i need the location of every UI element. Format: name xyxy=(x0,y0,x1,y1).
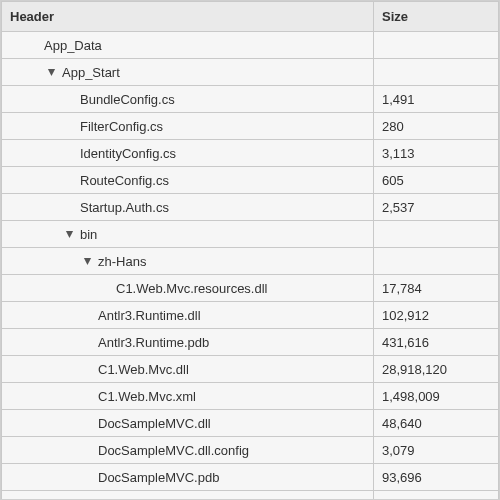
name-cell[interactable]: BundleConfig.cs xyxy=(2,86,374,113)
name-cell[interactable]: zh-Hans xyxy=(2,248,374,275)
expand-placeholder xyxy=(78,387,96,405)
name-cell[interactable]: Antlr3.Runtime.pdb xyxy=(2,329,374,356)
name-cell[interactable]: Antlr3.Runtime.dll xyxy=(2,302,374,329)
column-header-name[interactable]: Header xyxy=(2,2,374,32)
name-cell[interactable]: bin xyxy=(2,221,374,248)
name-cell-inner: App_Start xyxy=(2,59,373,85)
row-label: IdentityConfig.cs xyxy=(80,146,176,161)
row-label: Antlr3.Runtime.pdb xyxy=(98,335,209,350)
indent-spacer xyxy=(2,369,78,370)
size-value xyxy=(374,248,498,274)
size-value: 3,079 xyxy=(374,437,498,463)
name-cell-inner: App_Data xyxy=(2,32,373,58)
size-cell[interactable]: 280 xyxy=(374,113,499,140)
size-cell[interactable]: 102,912 xyxy=(374,302,499,329)
table-row[interactable]: zh-Hans xyxy=(2,248,499,275)
svg-marker-0 xyxy=(47,68,54,75)
size-cell[interactable]: 93,696 xyxy=(374,464,499,491)
name-cell[interactable]: DocSampleMVC.dll xyxy=(2,410,374,437)
name-cell[interactable]: C1.Web.Mvc.resources.dll xyxy=(2,275,374,302)
table-row[interactable]: Antlr3.Runtime.dll102,912 xyxy=(2,302,499,329)
row-label: RouteConfig.cs xyxy=(80,173,169,188)
name-cell[interactable]: C1.Web.Mvc.dll xyxy=(2,356,374,383)
expand-placeholder xyxy=(60,144,78,162)
table-row[interactable]: App_Start xyxy=(2,59,499,86)
row-label: C1.Web.Mvc.xml xyxy=(98,389,196,404)
table-row[interactable]: C1.Web.Mvc.resources.dll17,784 xyxy=(2,275,499,302)
name-cell-inner: Startup.Auth.cs xyxy=(2,194,373,220)
name-cell[interactable]: App_Start xyxy=(2,59,374,86)
table-row[interactable]: IdentityConfig.cs3,113 xyxy=(2,140,499,167)
table-row[interactable]: DocSampleMVC.pdb93,696 xyxy=(2,464,499,491)
table-row[interactable]: EntityFramework.dll5,176,480 xyxy=(2,491,499,500)
indent-spacer xyxy=(2,45,24,46)
size-cell[interactable]: 2,537 xyxy=(374,194,499,221)
size-cell[interactable]: 48,640 xyxy=(374,410,499,437)
size-cell[interactable]: 17,784 xyxy=(374,275,499,302)
size-cell[interactable] xyxy=(374,59,499,86)
indent-spacer xyxy=(2,315,78,316)
indent-spacer xyxy=(2,396,78,397)
name-cell[interactable]: Startup.Auth.cs xyxy=(2,194,374,221)
table-row[interactable]: App_Data xyxy=(2,32,499,59)
collapse-icon[interactable] xyxy=(78,252,96,270)
name-cell-inner: Antlr3.Runtime.pdb xyxy=(2,329,373,355)
table-row[interactable]: C1.Web.Mvc.xml1,498,009 xyxy=(2,383,499,410)
row-label: BundleConfig.cs xyxy=(80,92,175,107)
size-value: 5,176,480 xyxy=(374,491,498,499)
svg-marker-1 xyxy=(65,230,72,237)
size-value: 28,918,120 xyxy=(374,356,498,382)
table-row[interactable]: RouteConfig.cs605 xyxy=(2,167,499,194)
indent-spacer xyxy=(2,153,60,154)
name-cell-inner: FilterConfig.cs xyxy=(2,113,373,139)
table-row[interactable]: FilterConfig.cs280 xyxy=(2,113,499,140)
indent-spacer xyxy=(2,261,78,262)
name-cell[interactable]: App_Data xyxy=(2,32,374,59)
collapse-icon[interactable] xyxy=(42,63,60,81)
indent-spacer xyxy=(2,234,60,235)
indent-spacer xyxy=(2,288,96,289)
size-cell[interactable]: 28,918,120 xyxy=(374,356,499,383)
size-cell[interactable] xyxy=(374,32,499,59)
table-row[interactable]: bin xyxy=(2,221,499,248)
size-cell[interactable]: 605 xyxy=(374,167,499,194)
tree-grid: Header Size App_DataApp_StartBundleConfi… xyxy=(0,0,500,500)
table-row[interactable]: Antlr3.Runtime.pdb431,616 xyxy=(2,329,499,356)
row-label: C1.Web.Mvc.dll xyxy=(98,362,189,377)
table-row[interactable]: DocSampleMVC.dll48,640 xyxy=(2,410,499,437)
indent-spacer xyxy=(2,423,78,424)
table-row[interactable]: BundleConfig.cs1,491 xyxy=(2,86,499,113)
row-label: DocSampleMVC.pdb xyxy=(98,470,219,485)
size-cell[interactable]: 1,498,009 xyxy=(374,383,499,410)
size-value xyxy=(374,221,498,247)
name-cell[interactable]: EntityFramework.dll xyxy=(2,491,374,500)
name-cell[interactable]: DocSampleMVC.pdb xyxy=(2,464,374,491)
expand-placeholder xyxy=(60,90,78,108)
size-value xyxy=(374,32,498,58)
expand-placeholder xyxy=(78,306,96,324)
size-cell[interactable]: 3,079 xyxy=(374,437,499,464)
indent-spacer xyxy=(2,72,42,73)
size-cell[interactable]: 431,616 xyxy=(374,329,499,356)
expand-placeholder xyxy=(78,414,96,432)
name-cell[interactable]: FilterConfig.cs xyxy=(2,113,374,140)
size-cell[interactable]: 5,176,480 xyxy=(374,491,499,500)
size-cell[interactable] xyxy=(374,221,499,248)
grid-scroll-area[interactable]: Header Size App_DataApp_StartBundleConfi… xyxy=(1,1,499,499)
column-header-size[interactable]: Size xyxy=(374,2,499,32)
expand-placeholder xyxy=(60,117,78,135)
table-row[interactable]: C1.Web.Mvc.dll28,918,120 xyxy=(2,356,499,383)
size-cell[interactable]: 1,491 xyxy=(374,86,499,113)
size-cell[interactable] xyxy=(374,248,499,275)
size-cell[interactable]: 3,113 xyxy=(374,140,499,167)
table-row[interactable]: Startup.Auth.cs2,537 xyxy=(2,194,499,221)
table-row[interactable]: DocSampleMVC.dll.config3,079 xyxy=(2,437,499,464)
collapse-icon[interactable] xyxy=(60,225,78,243)
name-cell[interactable]: DocSampleMVC.dll.config xyxy=(2,437,374,464)
name-cell[interactable]: IdentityConfig.cs xyxy=(2,140,374,167)
size-value: 3,113 xyxy=(374,140,498,166)
name-cell[interactable]: C1.Web.Mvc.xml xyxy=(2,383,374,410)
name-cell-inner: DocSampleMVC.pdb xyxy=(2,464,373,490)
row-label: Antlr3.Runtime.dll xyxy=(98,308,201,323)
name-cell[interactable]: RouteConfig.cs xyxy=(2,167,374,194)
